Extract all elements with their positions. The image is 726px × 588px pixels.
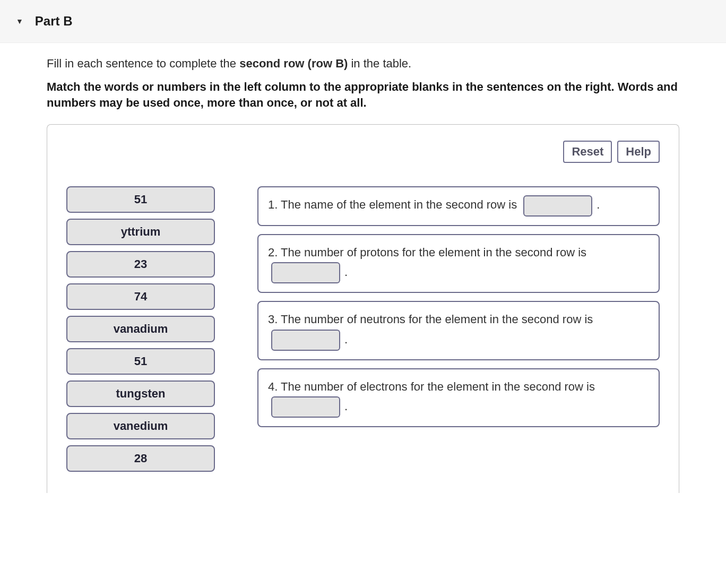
- help-button[interactable]: Help: [617, 141, 660, 163]
- tile-option[interactable]: 28: [66, 445, 215, 472]
- tile-option[interactable]: 74: [66, 283, 215, 310]
- sentences-column: 1. The name of the element in the second…: [257, 186, 660, 472]
- instr1-pre: Fill in each sentence to complete the: [47, 57, 239, 70]
- sentence-end: .: [344, 400, 348, 413]
- tile-option[interactable]: vanadium: [66, 316, 215, 342]
- tile-option[interactable]: tungsten: [66, 381, 215, 407]
- part-header[interactable]: ▼ Part B: [0, 0, 726, 43]
- draggable-tiles-column: 51 yttrium 23 74 vanadium 51 tungsten va…: [66, 186, 215, 472]
- tile-option[interactable]: 51: [66, 186, 215, 213]
- sentence-end: .: [344, 333, 348, 346]
- instruction-line-1: Fill in each sentence to complete the se…: [47, 57, 679, 71]
- drop-target-4[interactable]: [271, 396, 340, 418]
- sentence-end: .: [344, 265, 348, 279]
- matching-toolbar: Reset Help: [66, 141, 660, 163]
- page-root: ▼ Part B Fill in each sentence to comple…: [0, 0, 726, 514]
- instr1-bold: second row (row B): [239, 57, 348, 70]
- instruction-line-2: Match the words or numbers in the left c…: [47, 79, 679, 110]
- sentence-4: 4. The number of electrons for the eleme…: [257, 368, 660, 428]
- tile-option[interactable]: 51: [66, 348, 215, 375]
- drop-target-1[interactable]: [523, 195, 592, 217]
- collapse-icon: ▼: [16, 17, 23, 25]
- tile-option[interactable]: 23: [66, 251, 215, 278]
- matching-container: Reset Help 51 yttrium 23 74 vanadium 51 …: [47, 124, 679, 493]
- content-area: Fill in each sentence to complete the se…: [0, 43, 726, 514]
- matching-columns: 51 yttrium 23 74 vanadium 51 tungsten va…: [66, 186, 660, 472]
- sentence-3: 3. The number of neutrons for the elemen…: [257, 301, 660, 360]
- sentence-text: 2. The number of protons for the element…: [268, 246, 586, 259]
- tile-option[interactable]: yttrium: [66, 219, 215, 245]
- drop-target-2[interactable]: [271, 262, 340, 283]
- sentence-text: 4. The number of electrons for the eleme…: [268, 380, 595, 393]
- part-title: Part B: [35, 14, 73, 29]
- sentence-end: .: [597, 198, 600, 211]
- sentence-text: 1. The name of the element in the second…: [268, 198, 520, 211]
- sentence-1: 1. The name of the element in the second…: [257, 186, 660, 226]
- sentence-2: 2. The number of protons for the element…: [257, 234, 660, 293]
- drop-target-3[interactable]: [271, 330, 340, 351]
- instr1-post: in the table.: [348, 57, 411, 70]
- sentence-text: 3. The number of neutrons for the elemen…: [268, 313, 593, 326]
- tile-option[interactable]: vanedium: [66, 413, 215, 439]
- reset-button[interactable]: Reset: [563, 141, 612, 163]
